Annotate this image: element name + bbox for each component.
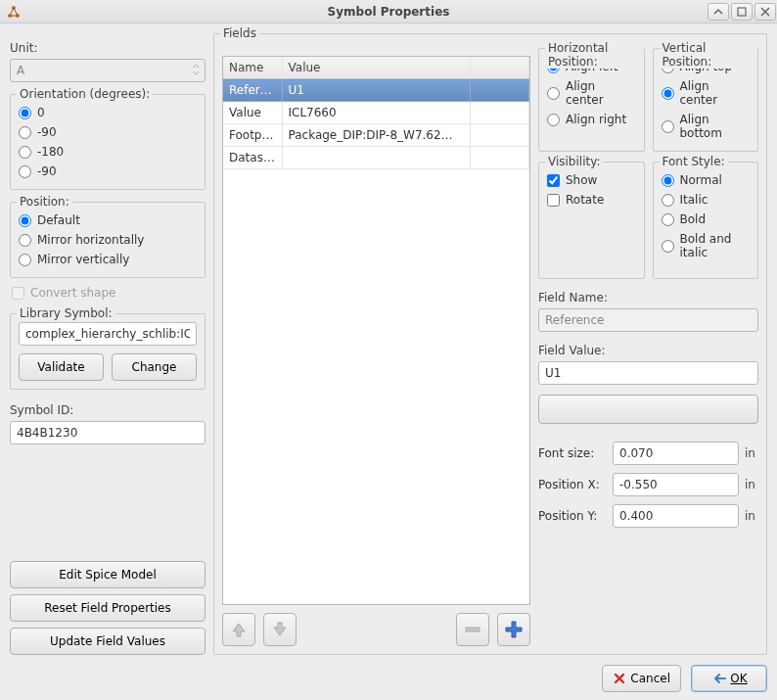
field-name-input <box>538 308 758 332</box>
symbol-id-label: Symbol ID: <box>10 403 206 417</box>
symbol-id-input[interactable] <box>10 421 206 444</box>
update-fields-button[interactable]: Update Field Values <box>10 628 206 655</box>
field-name-group: Field Name: <box>538 289 758 332</box>
chevron-updown-icon <box>192 63 200 76</box>
orientation-n90[interactable]: -90 <box>19 122 197 142</box>
unit-group: Unit: <box>10 39 206 82</box>
hpos-label: Horizontal Position: <box>545 41 644 69</box>
left-panel: Unit: Orientation (degrees): 0 -90 -180 … <box>10 33 206 655</box>
cancel-icon <box>613 672 626 685</box>
ok-icon <box>710 673 726 684</box>
field-value-input[interactable] <box>538 361 758 385</box>
orientation-label: Orientation (degrees): <box>17 87 153 101</box>
field-name-label: Field Name: <box>538 291 758 304</box>
fields-table[interactable]: Name Value Reference U1 <box>222 56 530 605</box>
titlebar: Symbol Properties <box>0 0 777 23</box>
cancel-button[interactable]: Cancel <box>602 665 681 692</box>
posy-row: Position Y: in <box>538 504 758 528</box>
change-button[interactable]: Change <box>112 353 197 381</box>
font-italic[interactable]: Italic <box>662 190 751 210</box>
orientation-90[interactable]: -90 <box>19 162 197 181</box>
font-size-row: Font size: in <box>538 442 758 465</box>
dialog-buttons: Cancel OK <box>10 655 767 692</box>
fields-label: Fields <box>220 26 259 40</box>
svg-rect-4 <box>466 628 480 631</box>
visibility-label: Visibility: <box>545 155 603 168</box>
reset-fields-button[interactable]: Reset Field Properties <box>10 594 206 622</box>
position-label: Position: <box>17 195 72 209</box>
font-style-group: Font Style: Normal Italic Bold Bold and … <box>653 162 759 279</box>
move-down-button[interactable] <box>263 613 297 646</box>
vpos-label: Vertical Position: <box>660 41 758 69</box>
rotate-checkbox[interactable]: Rotate <box>547 190 636 210</box>
align-bottom[interactable]: Align bottom <box>662 110 751 143</box>
library-symbol-input[interactable] <box>19 322 197 346</box>
col-value[interactable]: Value <box>282 57 471 79</box>
posx-label: Position X: <box>538 478 607 491</box>
font-bolditalic[interactable]: Bold and italic <box>662 229 751 262</box>
move-up-button[interactable] <box>222 613 255 646</box>
svg-rect-3 <box>738 8 746 16</box>
table-row[interactable]: Datasheet <box>223 147 529 169</box>
app-icon <box>6 4 22 20</box>
edit-spice-button[interactable]: Edit Spice Model <box>10 561 206 588</box>
unit-in: in <box>745 446 758 460</box>
posy-input[interactable] <box>613 504 739 528</box>
convert-shape-checkbox: Convert shape <box>10 284 206 302</box>
position-mirror-v[interactable]: Mirror vertically <box>19 250 197 269</box>
window-rollup-button[interactable] <box>708 3 729 21</box>
show-checkbox[interactable]: Show <box>547 170 636 190</box>
add-field-button[interactable] <box>497 613 530 646</box>
visibility-group: Visibility: Show Rotate <box>538 162 645 279</box>
fields-frame: Fields Name Value <box>213 33 767 655</box>
posx-row: Position X: in <box>538 473 758 496</box>
window-maximize-button[interactable] <box>731 3 753 21</box>
unit-combo <box>10 59 206 82</box>
position-mirror-h[interactable]: Mirror horizontally <box>19 230 197 250</box>
table-row[interactable]: Reference U1 <box>223 79 529 102</box>
position-group: Position: Default Mirror horizontally Mi… <box>10 202 206 278</box>
orientation-n180[interactable]: -180 <box>19 142 197 162</box>
font-bold[interactable]: Bold <box>662 210 751 229</box>
ok-button[interactable]: OK <box>691 665 767 692</box>
font-size-label: Font size: <box>538 446 607 460</box>
validate-button[interactable]: Validate <box>19 353 104 381</box>
symbol-id-group: Symbol ID: <box>10 401 206 444</box>
horizontal-position-group: Horizontal Position: Align left Align ce… <box>538 48 645 152</box>
field-value-group: Field Value: <box>538 342 758 385</box>
posy-label: Position Y: <box>538 509 607 523</box>
orientation-group: Orientation (degrees): 0 -90 -180 -90 <box>10 94 206 190</box>
orientation-0[interactable]: 0 <box>19 103 197 122</box>
browse-button[interactable] <box>538 395 758 424</box>
align-center-v[interactable]: Align center <box>662 76 751 110</box>
align-center-h[interactable]: Align center <box>547 76 636 110</box>
fontstyle-label: Font Style: <box>660 155 728 168</box>
window-close-button[interactable] <box>754 3 776 21</box>
position-default[interactable]: Default <box>19 210 197 230</box>
library-symbol-group: Library Symbol: Validate Change <box>10 313 206 390</box>
posx-input[interactable] <box>613 473 739 496</box>
font-size-input[interactable] <box>613 442 739 465</box>
remove-field-button[interactable] <box>456 613 489 646</box>
field-value-label: Field Value: <box>538 344 758 357</box>
table-row[interactable]: Value ICL7660 <box>223 102 529 124</box>
col-name[interactable]: Name <box>223 57 282 79</box>
font-normal[interactable]: Normal <box>662 170 751 190</box>
align-right[interactable]: Align right <box>547 110 636 129</box>
table-row[interactable]: Footprint Package_DIP:DIP-8_W7.62mm_Long… <box>223 124 529 147</box>
library-symbol-label: Library Symbol: <box>17 306 115 320</box>
vertical-position-group: Vertical Position: Align top Align cente… <box>653 48 759 152</box>
unit-label: Unit: <box>10 41 206 55</box>
col-pad <box>471 57 529 79</box>
window-title: Symbol Properties <box>0 5 777 19</box>
